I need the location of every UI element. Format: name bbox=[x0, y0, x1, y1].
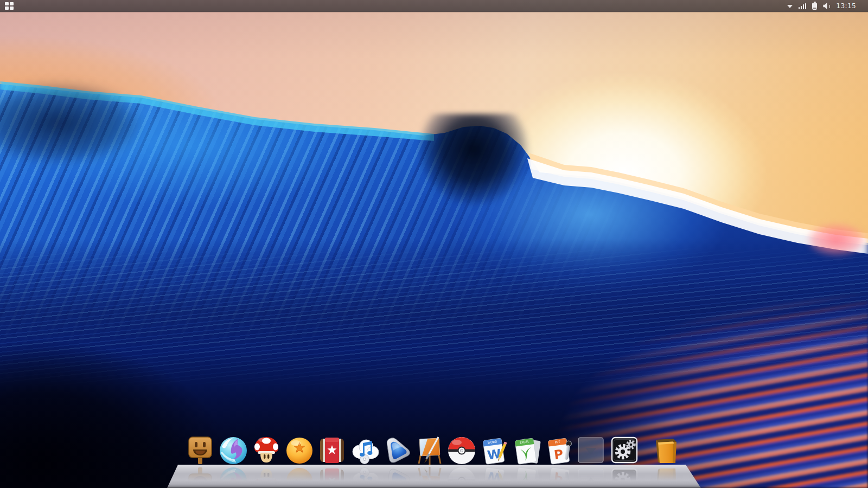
start-grid-icon bbox=[5, 2, 9, 5]
clock[interactable]: 13:15 bbox=[836, 2, 856, 10]
dock-item-dolphin-orb[interactable] bbox=[218, 435, 248, 465]
dock-item-paint[interactable] bbox=[414, 435, 445, 465]
wallpaper-foam-pink-fringe bbox=[793, 218, 868, 261]
svg-text:P: P bbox=[553, 447, 564, 462]
system-tray: 13:15 bbox=[787, 0, 856, 12]
dragon-ball-icon bbox=[284, 435, 315, 465]
desktop: 13:15 bbox=[0, 0, 868, 488]
dock-item-system-preferences[interactable] bbox=[609, 435, 640, 465]
dolphin-wave-orb-icon bbox=[218, 435, 248, 465]
signal-bars-icon[interactable] bbox=[799, 3, 807, 9]
excel-document-icon: EXCEL bbox=[511, 435, 541, 465]
battery-icon[interactable] bbox=[812, 3, 817, 10]
wallpaper-dark-slope bbox=[0, 73, 195, 198]
dock-item-mushroom[interactable] bbox=[251, 435, 282, 465]
empty-placeholder-icon bbox=[576, 435, 606, 465]
trash-box-icon bbox=[651, 435, 681, 465]
pokeball-icon bbox=[446, 435, 477, 465]
chevron-down-icon[interactable] bbox=[787, 5, 793, 8]
wallpaper bbox=[0, 0, 868, 488]
system-preferences-gears-icon bbox=[609, 435, 640, 465]
volume-icon[interactable] bbox=[823, 3, 830, 9]
music-cloud-icon bbox=[350, 435, 380, 465]
dock-item-powerpoint[interactable]: PPT P bbox=[544, 435, 575, 465]
dock-item-wunderlist[interactable] bbox=[317, 435, 347, 465]
paint-easel-icon bbox=[414, 435, 445, 465]
dock-item-pokeball[interactable] bbox=[446, 435, 477, 465]
dock-item-dragon-ball[interactable] bbox=[284, 435, 315, 465]
dock-item-sign-mascot[interactable] bbox=[185, 435, 215, 465]
word-document-icon: WORD W bbox=[479, 435, 509, 465]
powerpoint-document-icon: PPT P bbox=[544, 435, 575, 465]
dock-item-music[interactable] bbox=[350, 435, 380, 465]
dock-item-word[interactable]: WORD W bbox=[479, 435, 509, 465]
dock-item-placeholder[interactable] bbox=[576, 435, 606, 465]
wunderlist-star-icon bbox=[317, 435, 347, 465]
blue-media-pick-icon bbox=[382, 435, 413, 465]
taskbar: 13:15 bbox=[0, 0, 868, 12]
dock-item-excel[interactable]: EXCEL bbox=[511, 435, 541, 465]
dock-item-media-player[interactable] bbox=[382, 435, 413, 465]
sign-mascot-icon bbox=[185, 435, 215, 465]
mario-mushroom-icon bbox=[251, 435, 282, 465]
dock-item-trash[interactable] bbox=[651, 435, 681, 465]
start-menu-button[interactable] bbox=[5, 2, 14, 10]
